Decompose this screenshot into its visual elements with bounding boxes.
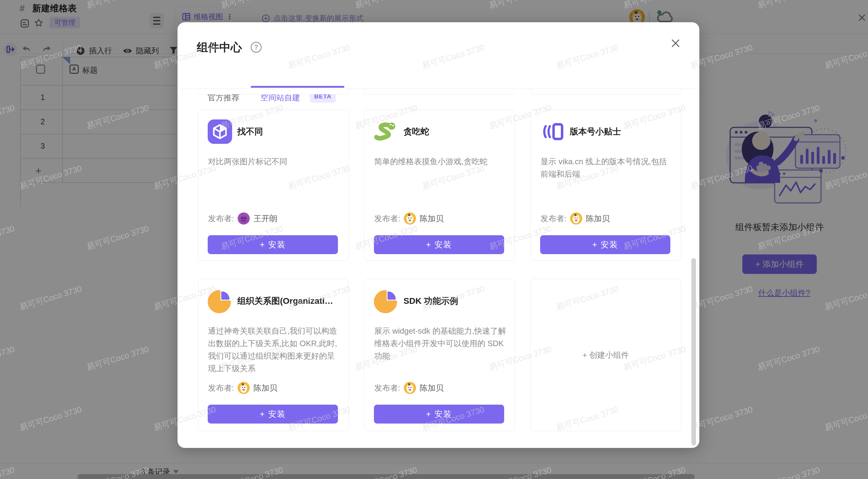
install-button[interactable]: + 安装: [540, 235, 670, 254]
modal-scrollbar[interactable]: [691, 258, 696, 445]
widget-name: 组织关系图(Organizati…: [237, 289, 340, 313]
publisher-label: 发布者:: [540, 213, 566, 224]
widget-description: 通过神奇关联关联自己,我们可以构造出数据的上下级关系,比如 OKR,此时,我们可…: [208, 325, 340, 375]
create-widget-card[interactable]: + 创建小组件: [530, 279, 681, 431]
widget-name: SDK 功能示例: [403, 289, 506, 313]
modal-title: 组件中心: [197, 40, 242, 55]
widget-card-sdk-demo: SDK 功能示例 展示 widget-sdk 的基础能力,快速了解维格表小组件开…: [364, 279, 515, 431]
widget-card-snake: 贪吃蛇 简单的维格表摸鱼小游戏,贪吃蛇 发布者: 陈加贝 + 安装: [364, 109, 515, 261]
widget-name: 贪吃蛇: [403, 119, 506, 144]
widget-description: 简单的维格表摸鱼小游戏,贪吃蛇: [374, 156, 506, 168]
publisher-name: 陈加贝: [420, 213, 443, 224]
publisher-avatar: [570, 212, 582, 225]
version-widget-icon: [540, 119, 564, 144]
publisher-row: 发布者: 陈加贝: [374, 381, 443, 395]
widget-name: 版本号小贴士: [570, 119, 673, 144]
publisher-label: 发布者:: [208, 383, 234, 394]
pie-chart-widget-icon: [374, 289, 398, 313]
cube-widget-icon: [208, 119, 232, 144]
publisher-name: 陈加贝: [253, 383, 277, 394]
publisher-avatar: [238, 382, 250, 394]
install-button[interactable]: + 安装: [208, 235, 338, 254]
publisher-label: 发布者:: [208, 213, 234, 224]
install-button[interactable]: + 安装: [374, 405, 504, 423]
publisher-name: 陈加贝: [586, 213, 610, 224]
install-button-label: + 安装: [426, 409, 452, 419]
widget-description: 显示 vika.cn 线上的版本号情况,包括前端和后端: [540, 156, 672, 180]
active-tab-underline: [251, 86, 344, 88]
widget-card-clipped: [198, 89, 349, 95]
widget-card-clipped: [364, 89, 515, 95]
install-button[interactable]: + 安装: [374, 235, 504, 254]
widget-card-find-difference: 找不同 对比两张图片标记不同 发布者: 王开朗 + 安装: [198, 109, 349, 261]
publisher-avatar: [404, 382, 416, 394]
publisher-avatar: [238, 212, 250, 225]
install-button-label: + 安装: [426, 239, 452, 250]
publisher-row: 发布者: 陈加贝: [374, 211, 443, 226]
publisher-row: 发布者: 陈加贝: [540, 211, 610, 226]
widget-name: 找不同: [237, 119, 340, 144]
widget-description: 对比两张图片标记不同: [208, 156, 340, 168]
widget-description: 展示 widget-sdk 的基础能力,快速了解维格表小组件开发中可以使用的 S…: [374, 325, 506, 362]
widget-center-modal: 组件中心 ? 官方推荐 空间站自建 BETA 找不同 对比两张图片标记不同 发布…: [178, 22, 699, 448]
close-icon[interactable]: [670, 38, 681, 49]
snake-widget-icon: [374, 119, 398, 144]
pie-chart-widget-icon: [208, 289, 232, 313]
help-icon[interactable]: ?: [251, 42, 262, 53]
install-button[interactable]: + 安装: [208, 405, 338, 423]
publisher-row: 发布者: 陈加贝: [208, 381, 277, 395]
widget-card-clipped: [530, 89, 681, 95]
publisher-label: 发布者:: [374, 213, 400, 224]
widget-card-version-tips: 版本号小贴士 显示 vika.cn 线上的版本号情况,包括前端和后端 发布者: …: [530, 109, 681, 261]
publisher-name: 王开朗: [253, 213, 277, 224]
install-button-label: + 安装: [592, 239, 618, 250]
app-screen: # 新建维格表 可管理 维格视图 ⋮ 点击这里,变换新的展示形式 插入: [0, 0, 868, 479]
publisher-row: 发布者: 王开朗: [208, 211, 277, 226]
publisher-name: 陈加贝: [420, 383, 443, 394]
publisher-label: 发布者:: [374, 383, 400, 394]
install-button-label: + 安装: [260, 239, 286, 250]
create-widget-label: + 创建小组件: [583, 350, 629, 361]
install-button-label: + 安装: [260, 409, 286, 419]
widget-card-org-chart: 组织关系图(Organizati… 通过神奇关联关联自己,我们可以构造出数据的上…: [198, 279, 349, 431]
publisher-avatar: [404, 212, 416, 225]
